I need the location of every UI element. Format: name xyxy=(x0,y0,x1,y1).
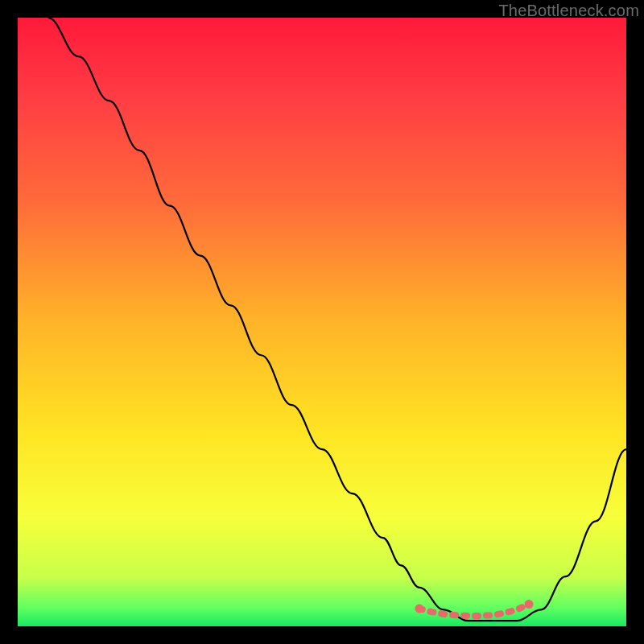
chart-svg xyxy=(18,18,626,626)
watermark-text: TheBottleneck.com xyxy=(498,2,639,20)
marker-endpoint xyxy=(525,600,534,609)
marker-endpoint xyxy=(415,605,423,613)
gradient-background xyxy=(18,18,626,626)
chart-frame xyxy=(18,18,626,626)
